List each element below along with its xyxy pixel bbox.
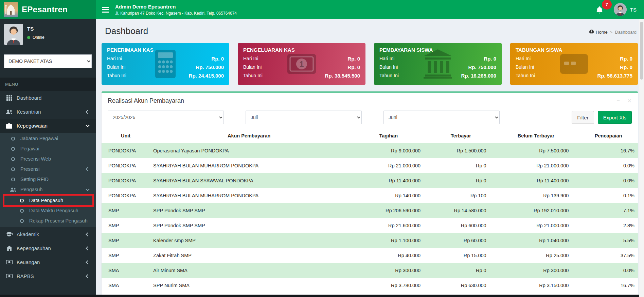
- pengasuh-submenu-wrap: Data Pengasuh Data Waktu Pengasuh Rekap …: [0, 195, 96, 227]
- year-select[interactable]: 2025/2026: [108, 111, 224, 124]
- table-row[interactable]: SMP SPP Pondok SMP SMP Rp 21.600.000 Rp …: [102, 218, 638, 233]
- page-title: Dashboard: [105, 26, 148, 36]
- sidebar-item-data-waktu-pengasuh[interactable]: Data Waktu Pengasuh: [0, 205, 96, 216]
- menu-label: Presensi: [20, 166, 39, 172]
- card-line-label: Bulan Ini: [107, 63, 125, 71]
- sidebar-item-data-pengasuh[interactable]: Data Pengasuh: [0, 195, 96, 205]
- online-status-dot: [27, 36, 30, 39]
- navbar-right: 7 TS: [595, 3, 644, 16]
- sidebar-item-rapbs[interactable]: RAPBS: [0, 269, 96, 283]
- user-menu[interactable]: TS: [614, 3, 637, 16]
- sidebar-item-presensi[interactable]: Presensi: [0, 164, 96, 174]
- card-line-label: Bulan Ini: [379, 63, 398, 71]
- sidebar-item-jabatan-pegawai[interactable]: Jabatan Pegawai: [0, 133, 96, 144]
- panel-title: Realisasi Akun Pembayaran: [108, 97, 184, 104]
- card-line-value: Rp. 750.000: [468, 63, 496, 71]
- card-title: PENGELUARAN KAS: [243, 47, 360, 53]
- circle-icon: [9, 178, 17, 181]
- cell-tagihan: Rp 140.000: [348, 188, 429, 203]
- chevron-left-icon: [86, 247, 90, 250]
- sidebar-item-akademik[interactable]: Akademik: [0, 227, 96, 241]
- sidebar-user-panel: TS Online: [0, 19, 96, 48]
- month-to-select[interactable]: Juni: [383, 111, 500, 124]
- table-row[interactable]: SMP Zakat Fitrah SMP Rp 40.000 Rp 15.000…: [102, 248, 638, 263]
- table-row[interactable]: PONDOKPA SYAHRIYAH BULAN SYAWWAL PONDOKP…: [102, 173, 638, 188]
- table-row[interactable]: SMP Kalender smp SMP Rp 1.100.000 Rp 60.…: [102, 233, 638, 248]
- card-line-label: Hari Ini: [243, 54, 258, 63]
- vertical-scrollbar[interactable]: [639, 19, 644, 297]
- cell-unit: PONDOKPA: [102, 143, 150, 158]
- sidebar-item-dashboard[interactable]: Dashboard: [0, 91, 96, 105]
- online-status-label: Online: [33, 35, 44, 40]
- panel-tools: – ✕: [617, 98, 632, 104]
- cell-unit: SMP: [102, 248, 150, 263]
- sidebar-toggle-icon[interactable]: [96, 5, 115, 14]
- pengasuh-submenu: Data Pengasuh Data Waktu Pengasuh Rekap …: [0, 195, 96, 227]
- collapse-icon[interactable]: –: [617, 98, 620, 104]
- filter-button[interactable]: Filter: [572, 111, 594, 124]
- cell-tagihan: Rp 21.600.000: [348, 218, 429, 233]
- sidebar-item-rekap-presensi-pengasuh[interactable]: Rekap Presensi Pengasuh: [0, 216, 96, 226]
- scrollbar-thumb[interactable]: [640, 22, 643, 80]
- menu-label: Data Pengasuh: [29, 198, 63, 203]
- payment-table-body: PONDOKPA Operasional Yayasan PONDOKPA Rp…: [102, 143, 638, 293]
- sidebar-item-pengasuh[interactable]: Pengasuh: [0, 184, 96, 195]
- chevron-left-icon: [86, 111, 90, 113]
- cell-terbayar: Rp 1.500.000: [429, 143, 493, 158]
- brand-logo[interactable]: EPesantren: [0, 0, 96, 19]
- breadcrumb-home-link[interactable]: Home: [589, 29, 608, 35]
- table-header: Unit Akun Pembayaran Tagihan Terbayar Be…: [102, 129, 638, 143]
- cell-tagihan: Rp 1.100.000: [348, 233, 429, 248]
- cell-akun-pembayaran: Operasional Yayasan PONDOKPA: [150, 143, 348, 158]
- menu-label: Pegawai: [20, 146, 39, 151]
- sidebar-item-kepegawaian[interactable]: Kepegawaian: [0, 119, 96, 133]
- table-row[interactable]: SMA Air Minum SMA Rp 300.000 Rp 0 Rp 300…: [102, 263, 638, 278]
- sidebar-user-status[interactable]: Online: [27, 35, 44, 40]
- menu-label: Akademik: [17, 231, 39, 237]
- sidebar-item-pegawai[interactable]: Pegawai: [0, 144, 96, 154]
- card-line-label: Hari Ini: [516, 54, 531, 63]
- content-header: Dashboard Home > Dashboard: [102, 19, 638, 42]
- sidebar-menu: Dashboard Kesantrian Kepegawaian: [0, 91, 96, 283]
- sidebar-item-keuangan[interactable]: Keuangan: [0, 255, 96, 269]
- menu-label: RAPBS: [17, 273, 34, 279]
- close-icon[interactable]: ✕: [627, 98, 632, 104]
- sidebar-item-setting-rfid[interactable]: Setting RFID: [0, 174, 96, 184]
- sidebar-menu-header: MENU: [0, 78, 96, 91]
- cell-terbayar: Rp 630.000: [429, 278, 493, 293]
- column-header-pencapaian: Pencapaian: [579, 129, 638, 143]
- package-select[interactable]: DEMO PAKET ATAS: [4, 54, 92, 68]
- card-line-value: Rp. 750.000: [196, 63, 224, 71]
- menu-label: Dashboard: [17, 95, 41, 101]
- circle-icon: [18, 219, 25, 223]
- export-xls-button[interactable]: Export Xls: [598, 111, 632, 124]
- table-row[interactable]: PONDOKPA SYAHRIYAH BULAN MUHARROM PONDOK…: [102, 188, 638, 203]
- card-line-value: Rp. 0: [620, 54, 632, 63]
- card-title: PENERIMAAN KAS: [107, 47, 224, 53]
- card-line: Hari IniRp. 0: [379, 54, 496, 63]
- chevron-left-icon: [86, 168, 90, 170]
- cell-akun-pembayaran: Air Minum SMA: [150, 263, 348, 278]
- table-row[interactable]: PONDOKPA Operasional Yayasan PONDOKPA Rp…: [102, 143, 638, 158]
- month-from-select[interactable]: Juli: [246, 111, 362, 124]
- menu-label: Kepengasuhan: [17, 245, 51, 251]
- cell-tagihan: Rp 3.780.000: [348, 278, 429, 293]
- table-row[interactable]: PONDOKPA SYAHRIYAH BULAN MUHARROM PONDOK…: [102, 158, 638, 173]
- table-row[interactable]: SMA SPP Nurim SMA Rp 3.780.000 Rp 630.00…: [102, 278, 638, 293]
- sidebar-item-presensi-web[interactable]: Presensi Web: [0, 154, 96, 164]
- home-icon: [5, 246, 13, 251]
- sidebar-item-kepengasuhan[interactable]: Kepengasuhan: [0, 241, 96, 255]
- main-content: Dashboard Home > Dashboard PENERIMAAN KA…: [96, 19, 644, 297]
- cell-pencapaian: 0.0%: [579, 173, 638, 188]
- filter-bar: 2025/2026 Juli Juni Filter Export Xls: [102, 106, 638, 128]
- notifications-button[interactable]: 7: [595, 4, 607, 15]
- sidebar-item-kesantrian[interactable]: Kesantrian: [0, 105, 96, 119]
- cell-belum-terbayar: Rp 3.150.000: [493, 278, 579, 293]
- card-line: Bulan IniRp. 750.000: [379, 63, 496, 71]
- card-line: Tahun IniRp. 58.613.775: [516, 71, 632, 80]
- card-line: Tahun IniRp. 24.415.000: [107, 71, 224, 80]
- table-row[interactable]: SMP SPP Pondok SMP SMP Rp 206.590.000 Rp…: [102, 203, 638, 218]
- chevron-down-icon: [86, 125, 90, 127]
- card-line: Hari IniRp. 0: [243, 54, 360, 63]
- card-line-label: Tahun Ini: [243, 71, 263, 80]
